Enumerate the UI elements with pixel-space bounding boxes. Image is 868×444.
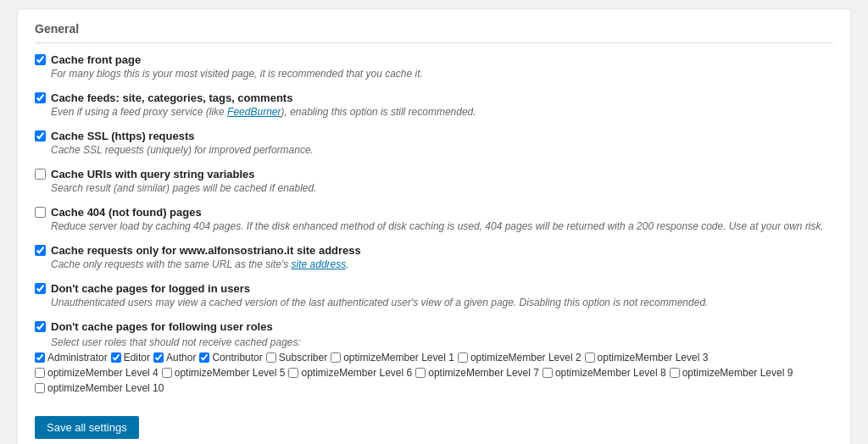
site-address-link[interactable]: site address: [292, 258, 347, 270]
role-optimizemember-level4-label: optimizeMember Level 4: [47, 367, 159, 379]
cache-front-page-text: Cache front page: [51, 53, 141, 66]
role-administrator: Administrator: [35, 352, 108, 364]
role-optimizemember-level6-checkbox[interactable]: [288, 368, 298, 378]
dont-cache-logged-in-desc: Unauthenticated users may view a cached …: [51, 297, 833, 308]
cache-feeds-desc: Even if using a feed proxy service (like…: [51, 106, 833, 118]
role-editor-label: Editor: [124, 352, 150, 364]
option-cache-front-page: Cache front page For many blogs this is …: [35, 53, 833, 80]
cache-query-string-desc: Search result (and similar) pages will b…: [51, 182, 833, 194]
save-all-settings-button[interactable]: Save all settings: [35, 416, 139, 439]
role-optimizemember-level10-label: optimizeMember Level 10: [47, 382, 164, 394]
role-editor-checkbox[interactable]: [111, 352, 121, 363]
cache-feeds-desc-before: Even if using a feed proxy service (like: [51, 106, 227, 118]
role-author-checkbox[interactable]: [153, 352, 164, 363]
option-cache-site-address: Cache requests only for www.alfonsostria…: [35, 244, 833, 270]
dont-cache-logged-in-text: Don't cache pages for logged in users: [51, 282, 250, 295]
role-optimizemember-level8: optimizeMember Level 8: [542, 367, 666, 379]
dont-cache-user-roles-label[interactable]: Don't cache pages for following user rol…: [35, 320, 833, 333]
cache-site-address-checkbox[interactable]: [35, 245, 46, 256]
cache-front-page-label[interactable]: Cache front page: [35, 53, 833, 66]
role-optimizemember-level2-label: optimizeMember Level 2: [470, 352, 581, 364]
role-optimizemember-level9-checkbox[interactable]: [670, 368, 680, 378]
role-optimizemember-level2-checkbox[interactable]: [458, 352, 468, 363]
role-optimizemember-level7-checkbox[interactable]: [415, 368, 426, 378]
cache-query-string-text: Cache URIs with query string variables: [51, 168, 255, 180]
cache-ssl-text: Cache SSL (https) requests: [51, 130, 195, 142]
role-optimizemember-level3-label: optimizeMember Level 3: [598, 352, 709, 364]
option-dont-cache-user-roles: Don't cache pages for following user rol…: [35, 320, 833, 394]
role-subscriber-label: Subscriber: [279, 352, 327, 364]
role-administrator-checkbox[interactable]: [35, 352, 45, 363]
section-title: General: [35, 22, 833, 43]
cache-site-address-desc-before: Cache only requests with the same URL as…: [51, 258, 292, 270]
option-cache-feeds: Cache feeds: site, categories, tags, com…: [35, 92, 833, 118]
role-optimizemember-level3-checkbox[interactable]: [585, 352, 595, 363]
feedburner-link[interactable]: FeedBurner: [227, 106, 281, 118]
cache-site-address-label[interactable]: Cache requests only for www.alfonsostria…: [35, 244, 833, 257]
role-contributor: Contributor: [199, 352, 262, 364]
role-optimizemember-level1: optimizeMember Level 1: [331, 352, 454, 364]
role-administrator-label: Administrator: [47, 352, 108, 364]
cache-front-page-desc: For many blogs this is your most visited…: [51, 68, 833, 80]
cache-feeds-checkbox[interactable]: [35, 92, 46, 103]
dont-cache-user-roles-text: Don't cache pages for following user rol…: [51, 320, 273, 333]
cache-site-address-desc-after: .: [346, 258, 348, 270]
option-cache-ssl: Cache SSL (https) requests Cache SSL req…: [35, 130, 833, 156]
role-optimizemember-level6: optimizeMember Level 6: [288, 367, 412, 379]
dont-cache-logged-in-label[interactable]: Don't cache pages for logged in users: [35, 282, 833, 295]
role-optimizemember-level8-label: optimizeMember Level 8: [555, 367, 666, 379]
option-cache-404: Cache 404 (not found) pages Reduce serve…: [35, 206, 833, 232]
role-optimizemember-level9-label: optimizeMember Level 9: [682, 367, 793, 379]
option-dont-cache-logged-in: Don't cache pages for logged in users Un…: [35, 282, 833, 308]
role-optimizemember-level2: optimizeMember Level 2: [458, 352, 581, 364]
cache-feeds-desc-after: ), enabling this option is still recomme…: [281, 106, 476, 118]
role-optimizemember-level5-checkbox[interactable]: [162, 368, 172, 378]
option-cache-query-string: Cache URIs with query string variables S…: [35, 168, 833, 194]
role-optimizemember-level3: optimizeMember Level 3: [585, 352, 709, 364]
role-optimizemember-level6-label: optimizeMember Level 6: [301, 367, 412, 379]
role-optimizemember-level4-checkbox[interactable]: [35, 368, 45, 378]
cache-ssl-checkbox[interactable]: [35, 130, 46, 142]
cache-query-string-label[interactable]: Cache URIs with query string variables: [35, 168, 833, 180]
cache-404-checkbox[interactable]: [35, 207, 46, 218]
cache-feeds-text: Cache feeds: site, categories, tags, com…: [51, 92, 292, 104]
role-author-label: Author: [166, 352, 196, 364]
roles-row: Administrator Editor Author Contributor …: [35, 352, 833, 394]
dont-cache-user-roles-checkbox[interactable]: [35, 321, 46, 332]
role-optimizemember-level1-label: optimizeMember Level 1: [343, 352, 454, 364]
role-optimizemember-level7: optimizeMember Level 7: [415, 367, 539, 379]
role-optimizemember-level8-checkbox[interactable]: [542, 368, 553, 378]
cache-ssl-label[interactable]: Cache SSL (https) requests: [35, 130, 833, 142]
dont-cache-logged-in-checkbox[interactable]: [35, 283, 46, 294]
role-optimizemember-level5: optimizeMember Level 5: [162, 367, 286, 379]
cache-query-string-checkbox[interactable]: [35, 169, 46, 180]
role-optimizemember-level9: optimizeMember Level 9: [670, 367, 793, 379]
role-editor: Editor: [111, 352, 150, 364]
role-subscriber: Subscriber: [266, 352, 327, 364]
cache-feeds-label[interactable]: Cache feeds: site, categories, tags, com…: [35, 92, 833, 104]
cache-ssl-desc: Cache SSL requests (uniquely) for improv…: [51, 144, 833, 156]
role-optimizemember-level1-checkbox[interactable]: [331, 352, 341, 363]
role-contributor-label: Contributor: [212, 352, 262, 364]
cache-front-page-checkbox[interactable]: [35, 54, 46, 65]
role-optimizemember-level10: optimizeMember Level 10: [35, 382, 164, 394]
cache-404-text: Cache 404 (not found) pages: [51, 206, 202, 219]
role-author: Author: [153, 352, 196, 364]
cache-404-desc: Reduce server load by caching 404 pages.…: [51, 220, 833, 232]
role-contributor-checkbox[interactable]: [199, 352, 209, 363]
roles-section-desc: Select user roles that should not receiv…: [51, 336, 833, 348]
role-optimizemember-level10-checkbox[interactable]: [35, 383, 45, 393]
role-optimizemember-level4: optimizeMember Level 4: [35, 367, 159, 379]
role-subscriber-checkbox[interactable]: [266, 352, 276, 363]
role-optimizemember-level5-label: optimizeMember Level 5: [175, 367, 286, 379]
settings-page: General Cache front page For many blogs …: [17, 8, 851, 444]
cache-404-label[interactable]: Cache 404 (not found) pages: [35, 206, 833, 219]
cache-site-address-desc: Cache only requests with the same URL as…: [51, 258, 833, 270]
cache-site-address-text: Cache requests only for www.alfonsostria…: [51, 244, 361, 257]
role-optimizemember-level7-label: optimizeMember Level 7: [428, 367, 539, 379]
